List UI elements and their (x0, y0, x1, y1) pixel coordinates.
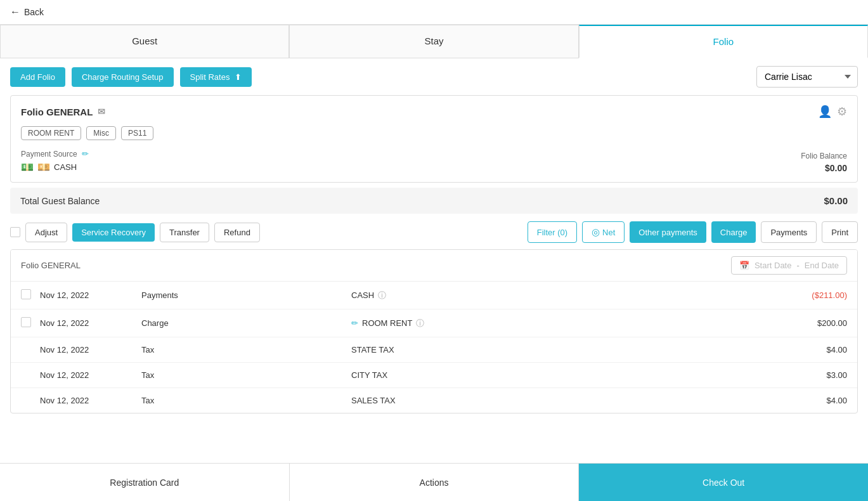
net-circle-icon: ◎ (592, 226, 600, 238)
row-date-0: Nov 12, 2022 (40, 290, 141, 300)
calendar-icon: 📅 (739, 261, 749, 270)
row-date-3: Nov 12, 2022 (40, 370, 141, 380)
payment-source-section: Payment Source ✏ 💵 💴 CASH (21, 149, 89, 173)
row-date-2: Nov 12, 2022 (40, 345, 141, 355)
folio-title: Folio GENERAL ✉ (21, 107, 105, 117)
payment-source-label: Payment Source ✏ (21, 149, 89, 159)
row-amount-2: $4.00 (771, 345, 847, 355)
folio-balance-label: Folio Balance (801, 152, 847, 160)
mail-icon[interactable]: ✉ (98, 107, 105, 117)
tag-misc[interactable]: Misc (86, 126, 116, 140)
check-out-button[interactable]: Check Out (579, 464, 868, 501)
payments-button[interactable]: Payments (761, 221, 817, 243)
tag-ps11[interactable]: PS11 (121, 126, 153, 140)
registration-card-button[interactable]: Registration Card (0, 464, 290, 501)
row-amount-4: $4.00 (771, 396, 847, 405)
charge-button[interactable]: Charge (711, 221, 756, 243)
row-date-4: Nov 12, 2022 (40, 396, 141, 405)
person-icon[interactable]: 👤 (818, 105, 832, 119)
payment-method: 💵 💴 CASH (21, 161, 89, 173)
table-header: Folio GENERAL 📅 Start Date - End Date (11, 250, 857, 282)
row-desc-1: ✏ ROOM RENT ⓘ (351, 318, 771, 329)
table-row: Nov 12, 2022 Charge ✏ ROOM RENT ⓘ $200.0… (11, 309, 857, 337)
end-date-placeholder: End Date (805, 261, 839, 270)
transfer-button[interactable]: Transfer (160, 223, 209, 242)
filter-button[interactable]: Filter (0) (528, 221, 577, 243)
folio-table: Folio GENERAL 📅 Start Date - End Date No… (10, 249, 858, 413)
service-recovery-button[interactable]: Service Recovery (72, 223, 155, 242)
back-label: Back (24, 7, 44, 17)
row-desc-0: CASH ⓘ (351, 290, 771, 301)
row-desc-2: STATE TAX (351, 345, 771, 355)
start-date-placeholder: Start Date (755, 261, 792, 270)
row-desc-4: SALES TAX (351, 396, 771, 405)
info-icon-0[interactable]: ⓘ (378, 290, 386, 301)
row-checkbox-1[interactable] (21, 317, 40, 329)
folio-card: Folio GENERAL ✉ 👤 ⚙ ROOM RENT Misc PS11 … (10, 95, 858, 183)
folio-card-header: Folio GENERAL ✉ 👤 ⚙ (21, 105, 847, 119)
cash-emoji-1: 💵 (21, 161, 34, 173)
share-icon: ⬆ (235, 72, 242, 82)
total-balance-label: Total Guest Balance (20, 196, 100, 206)
net-button[interactable]: ◎ Net (582, 221, 625, 243)
row-amount-0: ($211.00) (771, 290, 847, 300)
split-rates-button[interactable]: Split Rates ⬆ (180, 67, 252, 87)
folio-footer: Payment Source ✏ 💵 💴 CASH Folio Balance … (21, 149, 847, 173)
charge-routing-setup-button[interactable]: Charge Routing Setup (72, 67, 174, 87)
guest-dropdown-container: Carrie Lisac (756, 66, 858, 88)
action-bar: Adjust Service Recovery Transfer Refund … (0, 221, 868, 249)
date-range-picker[interactable]: 📅 Start Date - End Date (731, 256, 847, 275)
folio-header-icons: 👤 ⚙ (818, 105, 847, 119)
row-date-1: Nov 12, 2022 (40, 318, 141, 328)
refund-button[interactable]: Refund (214, 223, 260, 242)
adjust-button[interactable]: Adjust (25, 223, 67, 242)
bottom-bar: Registration Card Actions Check Out (0, 463, 868, 501)
edit-payment-icon[interactable]: ✏ (82, 149, 89, 159)
back-button[interactable]: ← Back (10, 6, 44, 18)
print-button[interactable]: Print (822, 221, 858, 243)
top-nav: ← Back (0, 0, 868, 25)
row-type-2: Tax (141, 345, 351, 355)
row-desc-3: CITY TAX (351, 370, 771, 380)
folio-balance-amount: $0.00 (801, 163, 847, 173)
table-row: Nov 12, 2022 Tax STATE TAX $4.00 (11, 337, 857, 363)
date-separator: - (796, 261, 799, 270)
row-amount-3: $3.00 (771, 370, 847, 380)
info-icon-1[interactable]: ⓘ (416, 318, 424, 329)
add-folio-button[interactable]: Add Folio (10, 67, 65, 87)
row-type-0: Payments (141, 290, 351, 300)
tab-folio[interactable]: Folio (579, 25, 868, 58)
other-payments-button[interactable]: Other payments (630, 221, 706, 243)
table-row: Nov 12, 2022 Tax SALES TAX $4.00 (11, 388, 857, 413)
row-amount-1: $200.00 (771, 318, 847, 328)
tag-room-rent[interactable]: ROOM RENT (21, 126, 81, 140)
guest-dropdown[interactable]: Carrie Lisac (756, 66, 858, 88)
action-bar-right: Filter (0) ◎ Net Other payments Charge P… (528, 221, 858, 243)
toolbar: Add Folio Charge Routing Setup Split Rat… (0, 58, 868, 95)
cash-emoji-2: 💴 (37, 161, 50, 173)
select-all-checkbox[interactable] (10, 227, 20, 237)
gear-icon[interactable]: ⚙ (837, 105, 847, 119)
table-row: Nov 12, 2022 Payments CASH ⓘ ($211.00) (11, 282, 857, 309)
total-balance-amount: $0.00 (824, 195, 848, 206)
edit-icon-1[interactable]: ✏ (351, 318, 358, 328)
tabs-container: Guest Stay Folio (0, 25, 868, 58)
table-row: Nov 12, 2022 Tax CITY TAX $3.00 (11, 363, 857, 388)
row-type-3: Tax (141, 370, 351, 380)
row-checkbox-0[interactable] (21, 289, 40, 301)
back-arrow-icon: ← (10, 6, 20, 18)
actions-button[interactable]: Actions (290, 464, 580, 501)
table-body: Nov 12, 2022 Payments CASH ⓘ ($211.00) N… (11, 282, 857, 413)
row-type-1: Charge (141, 318, 351, 328)
row-type-4: Tax (141, 396, 351, 405)
tab-stay[interactable]: Stay (289, 25, 578, 58)
folio-balance-section: Folio Balance $0.00 (801, 152, 847, 173)
total-balance-row: Total Guest Balance $0.00 (10, 188, 858, 214)
tab-guest[interactable]: Guest (0, 25, 289, 58)
folio-tags: ROOM RENT Misc PS11 (21, 126, 847, 140)
table-folio-title: Folio GENERAL (21, 261, 81, 270)
